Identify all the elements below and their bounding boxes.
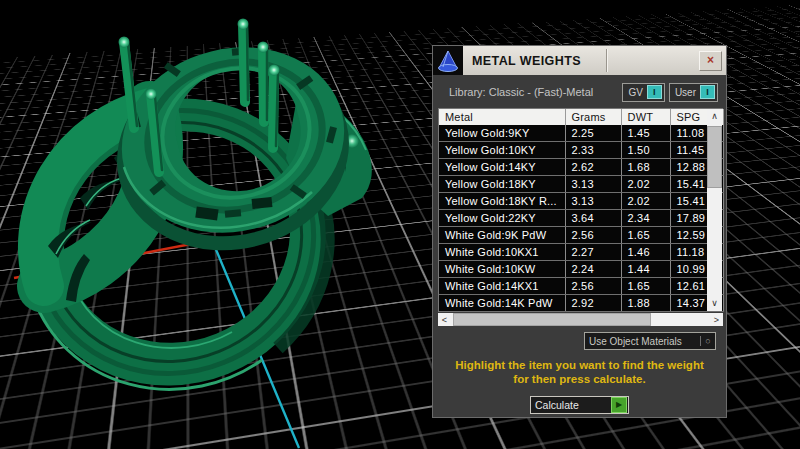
calculate-button[interactable]: Calculate ▶ (530, 396, 629, 414)
table-cell: White Gold:14KX1 (439, 278, 565, 295)
panel-title: METAL WEIGHTS (463, 46, 606, 75)
table-cell: 1.46 (621, 244, 670, 261)
table-cell: 2.56 (565, 278, 621, 295)
table-row[interactable]: White Gold:14K PdW2.921.8814.37 (439, 295, 724, 312)
table-cell: 1.50 (621, 142, 670, 159)
table-cell: Yellow Gold:18KY R... (439, 193, 565, 210)
gv-button[interactable]: GV I (622, 83, 664, 102)
table-cell: 1.68 (621, 159, 670, 176)
gv-indicator[interactable]: I (647, 85, 662, 99)
table-row[interactable]: White Gold:14KX12.561.6512.61 (439, 278, 724, 295)
close-button[interactable]: × (699, 51, 722, 71)
library-label: Library: Classic - (Fast)-Metal (449, 86, 618, 98)
scroll-down-icon[interactable]: ∨ (711, 296, 718, 311)
table-cell: 1.65 (621, 278, 670, 295)
instruction-line2: for then press calculate. (433, 372, 726, 386)
user-indicator[interactable]: I (700, 85, 715, 99)
metal-table: MetalGramsDWTSPG Yellow Gold:9KY2.251.45… (438, 108, 723, 312)
instruction-line1: Highlight the item you want to find the … (433, 358, 726, 372)
column-header: Grams (565, 109, 621, 125)
gv-button-label: GV (628, 87, 642, 98)
app-window: METAL WEIGHTS × Library: Classic - (Fast… (0, 0, 800, 449)
table-cell: 1.65 (621, 227, 670, 244)
table-cell: White Gold:14K PdW (439, 295, 565, 312)
table-row[interactable]: Yellow Gold:14KY2.621.6812.88 (439, 159, 724, 176)
use-object-materials-label: Use Object Materials (585, 336, 700, 347)
table-cell: 2.56 (565, 227, 621, 244)
table-cell: 1.88 (621, 295, 670, 312)
table-row[interactable]: Yellow Gold:18KY3.132.0215.41 (439, 176, 724, 193)
app-cone-icon (433, 46, 463, 75)
table-cell: White Gold:9K PdW (439, 227, 565, 244)
table-cell: 3.13 (565, 176, 621, 193)
scroll-up-icon[interactable]: ∧ (711, 109, 718, 124)
column-header: Metal (439, 109, 565, 125)
table-row[interactable]: Yellow Gold:10KY2.331.5011.45 (439, 142, 724, 159)
scroll-left-icon[interactable]: < (438, 315, 451, 325)
table-cell: 3.13 (565, 193, 621, 210)
horizontal-scrollbar[interactable]: < > (438, 313, 723, 326)
table-row[interactable]: White Gold:9K PdW2.561.6512.59 (439, 227, 724, 244)
table-row[interactable]: Yellow Gold:18KY R...3.132.0215.41 (439, 193, 724, 210)
table-cell: 3.64 (565, 210, 621, 227)
table-cell: White Gold:10KW (439, 261, 565, 278)
table-cell: Yellow Gold:22KY (439, 210, 565, 227)
vertical-scroll-thumb[interactable] (707, 126, 722, 188)
user-button[interactable]: User I (669, 83, 718, 102)
table-row[interactable]: Yellow Gold:22KY3.642.3417.89 (439, 210, 724, 227)
table-cell: 2.92 (565, 295, 621, 312)
horizontal-scroll-thumb[interactable] (453, 313, 651, 326)
table-cell: 2.34 (621, 210, 670, 227)
metal-weights-panel: METAL WEIGHTS × Library: Classic - (Fast… (432, 45, 727, 418)
table-cell: 2.02 (621, 176, 670, 193)
table-row[interactable]: White Gold:10KX12.271.4611.18 (439, 244, 724, 261)
ring-model (0, 0, 440, 449)
panel-titlebar[interactable]: METAL WEIGHTS × (433, 46, 726, 75)
table-header-row: MetalGramsDWTSPG (439, 109, 724, 125)
use-object-materials-dropdown[interactable]: Use Object Materials ○ (584, 332, 716, 350)
table-row[interactable]: Yellow Gold:9KY2.251.4511.08 (439, 125, 724, 142)
table-cell: 1.45 (621, 125, 670, 142)
calculate-play-icon[interactable]: ▶ (611, 397, 627, 413)
vertical-scrollbar[interactable]: ∧ ∨ (707, 109, 722, 311)
table-cell: 2.33 (565, 142, 621, 159)
table-cell: Yellow Gold:14KY (439, 159, 565, 176)
table-cell: White Gold:10KX1 (439, 244, 565, 261)
table-cell: Yellow Gold:10KY (439, 142, 565, 159)
table-cell: 2.27 (565, 244, 621, 261)
table-cell: 2.02 (621, 193, 670, 210)
dropdown-circle-icon[interactable]: ○ (700, 336, 715, 346)
table-cell: Yellow Gold:9KY (439, 125, 565, 142)
user-button-label: User (675, 87, 696, 98)
scroll-right-icon[interactable]: > (710, 315, 723, 325)
table-cell: 2.62 (565, 159, 621, 176)
table-row[interactable]: White Gold:10KW2.241.4410.99 (439, 261, 724, 278)
table-cell: Yellow Gold:18KY (439, 176, 565, 193)
instruction-text: Highlight the item you want to find the … (433, 358, 726, 386)
table-cell: 2.24 (565, 261, 621, 278)
calculate-button-label: Calculate (531, 399, 611, 411)
table-cell: 1.44 (621, 261, 670, 278)
column-header: DWT (621, 109, 670, 125)
table-cell: 2.25 (565, 125, 621, 142)
